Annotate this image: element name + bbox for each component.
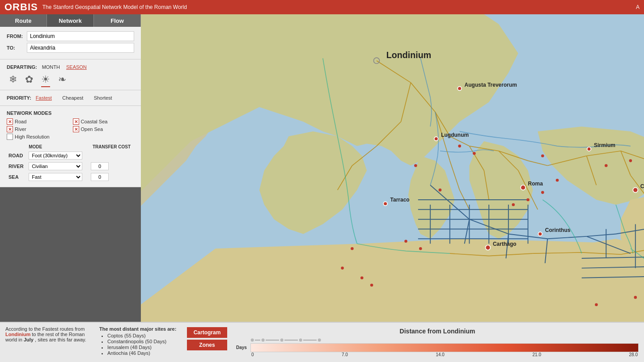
svg-text:Tarraco: Tarraco xyxy=(390,197,410,203)
list-item: Coptos (55 Days) xyxy=(107,333,178,338)
svg-point-97 xyxy=(541,191,544,194)
table-row-sea: SEA Fast Slow Cabotage xyxy=(7,172,134,182)
season-tab[interactable]: SEASON xyxy=(65,64,88,70)
sea-cost-cell[interactable] xyxy=(89,172,134,182)
summer-icon[interactable]: ☀ xyxy=(41,74,50,85)
road-label: Road xyxy=(15,119,26,124)
from-label: FROM: xyxy=(7,34,27,39)
auth-link[interactable]: A xyxy=(636,4,640,10)
svg-point-76 xyxy=(633,188,638,193)
highres-label: High Resolution xyxy=(15,134,50,139)
tick-1: 7.0 xyxy=(342,352,348,357)
river-cost-input[interactable] xyxy=(91,162,109,170)
svg-point-90 xyxy=(404,240,407,243)
svg-point-68 xyxy=(587,147,591,151)
zones-button[interactable]: Zones xyxy=(187,340,227,350)
tab-route[interactable]: Route xyxy=(0,14,47,27)
river-checkbox[interactable] xyxy=(7,126,13,132)
list-item: Ierusalem (48 Days) xyxy=(107,345,178,350)
spring-icon[interactable]: ✿ xyxy=(25,74,33,85)
svg-point-72 xyxy=(521,185,525,190)
priority-fastest[interactable]: Fastest xyxy=(36,95,52,101)
svg-point-113 xyxy=(634,296,637,299)
svg-point-88 xyxy=(370,284,373,287)
bottom-info: According to the Fastest routes from Lon… xyxy=(0,323,94,362)
road-mode-cell[interactable]: Foot (30km/day) Horse (60km/day) Ox Cart xyxy=(27,150,89,161)
table-row-river: RIVER Civilian Military Ox Cart xyxy=(7,161,134,172)
river-cost-cell[interactable] xyxy=(89,161,134,172)
app-header: ORBIS The Stanford Geospatial Network Mo… xyxy=(0,0,644,14)
sea-type-label: SEA xyxy=(7,172,27,182)
nm-river: River xyxy=(7,126,68,132)
tick-2: 14.0 xyxy=(436,352,444,357)
info-text-3: , sites are this far away. xyxy=(35,337,86,342)
nm-highres: High Resolution xyxy=(7,134,68,140)
tab-network[interactable]: Network xyxy=(47,14,94,27)
river-mode-select[interactable]: Civilian Military Ox Cart xyxy=(29,162,82,170)
table-row-road: ROAD Foot (30km/day) Horse (60km/day) Ox… xyxy=(7,150,134,161)
svg-point-92 xyxy=(458,145,461,148)
distant-title: The most distant major sites are: xyxy=(99,326,178,332)
svg-point-96 xyxy=(512,203,515,206)
network-modes-grid: Road Coastal Sea River Open Sea High Res… xyxy=(7,118,134,140)
priority-cheapest[interactable]: Cheapest xyxy=(62,95,83,101)
chart-title: Distance from Londinium xyxy=(236,328,639,335)
river-mode-cell[interactable]: Civilian Military Ox Cart xyxy=(27,161,89,172)
road-type-label: ROAD xyxy=(7,150,27,161)
winter-icon[interactable]: ❄ xyxy=(9,74,17,85)
sea-cost-input[interactable] xyxy=(91,173,109,181)
from-input[interactable] xyxy=(27,31,134,41)
tick-4: 28.0 xyxy=(629,352,638,357)
city-londinium: Londinium xyxy=(386,50,431,60)
month-tab[interactable]: MONTH xyxy=(41,64,61,70)
bottom-chart: Distance from Londinium Days ⊗ ⊗ ⊗ ⊗ ⊗ xyxy=(231,323,644,362)
road-cost-cell xyxy=(89,150,134,161)
svg-point-86 xyxy=(341,267,344,270)
river-type-label: RIVER xyxy=(7,161,27,172)
bottom-buttons: Cartogram Zones xyxy=(183,323,231,362)
opensea-label: Open Sea xyxy=(81,126,103,132)
svg-point-98 xyxy=(556,179,559,182)
tick-3: 21.0 xyxy=(532,352,541,357)
svg-point-115 xyxy=(439,189,442,192)
mode-table: MODE TRANSFER COST ROAD Foot (30km/day) … xyxy=(7,143,134,182)
info-text-1: According to the Fastest routes from xyxy=(5,326,85,332)
cartogram-button[interactable]: Cartogram xyxy=(187,327,227,338)
svg-point-78 xyxy=(486,245,491,250)
svg-point-116 xyxy=(414,164,417,167)
svg-text:Augusta Treverorum: Augusta Treverorum xyxy=(465,82,517,88)
distance-gradient-bar xyxy=(250,343,639,352)
list-item: Constantinopolis (50 Days) xyxy=(107,339,178,344)
svg-text:Sirmium: Sirmium xyxy=(594,142,615,148)
highres-checkbox[interactable] xyxy=(7,134,13,140)
sea-mode-select[interactable]: Fast Slow Cabotage xyxy=(29,173,82,181)
svg-point-114 xyxy=(595,303,598,307)
tick-0: 0 xyxy=(251,352,254,357)
tab-flow[interactable]: Flow xyxy=(94,14,141,27)
mode-col-mode: MODE xyxy=(27,143,89,150)
opensea-checkbox[interactable] xyxy=(73,126,79,132)
network-modes-title: NETWORK MODES xyxy=(7,110,134,116)
sea-mode-cell[interactable]: Fast Slow Cabotage xyxy=(27,172,89,182)
autumn-icon[interactable]: ❧ xyxy=(58,74,66,85)
info-month: July xyxy=(24,337,34,342)
to-input[interactable] xyxy=(27,43,134,53)
bottom-distant-sites: The most distant major sites are: Coptos… xyxy=(94,323,183,362)
svg-text:Carthago: Carthago xyxy=(493,241,517,247)
svg-point-99 xyxy=(605,164,608,167)
app-title: ORBIS xyxy=(4,1,38,13)
season-selector: ❄ ✿ ☀ ❧ xyxy=(7,74,134,85)
road-mode-select[interactable]: Foot (30km/day) Horse (60km/day) Ox Cart xyxy=(29,152,82,160)
svg-point-93 xyxy=(473,152,476,155)
mode-col-cost: TRANSFER COST xyxy=(89,143,134,150)
network-modes-section: NETWORK MODES Road Coastal Sea River Ope… xyxy=(0,106,141,187)
svg-point-94 xyxy=(541,154,544,157)
map-svg: Londinium Augusta Treverorum Lugdunum Si… xyxy=(141,14,644,322)
svg-point-66 xyxy=(434,137,438,141)
coastal-checkbox[interactable] xyxy=(73,118,79,125)
nm-opensea: Open Sea xyxy=(73,126,135,132)
road-checkbox[interactable] xyxy=(7,118,13,125)
priority-shortest[interactable]: Shortest xyxy=(94,95,112,101)
svg-text:Corinthus: Corinthus xyxy=(545,227,571,233)
svg-text:Roma: Roma xyxy=(528,181,543,187)
